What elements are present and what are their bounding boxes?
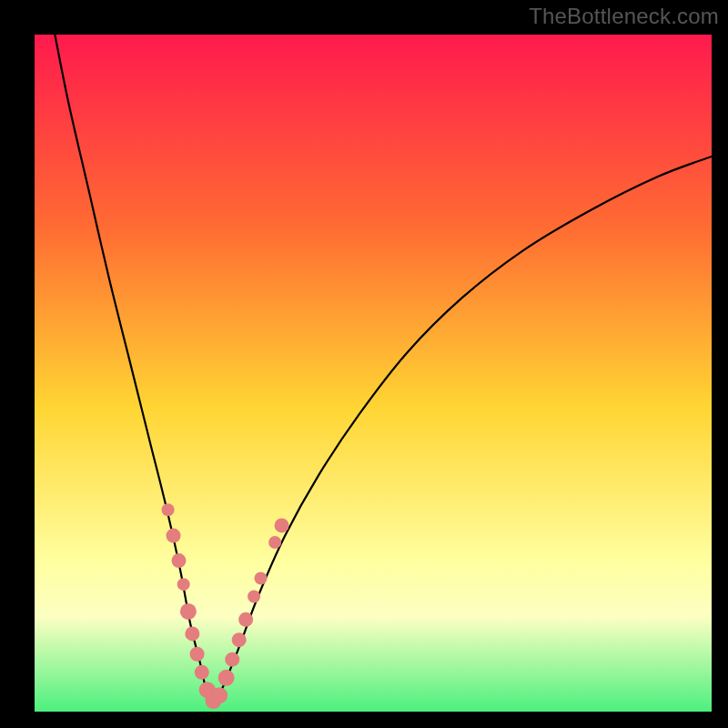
data-marker (268, 536, 281, 549)
data-marker (171, 553, 186, 568)
gradient-background (35, 35, 712, 712)
data-marker (180, 603, 197, 620)
data-marker (248, 591, 260, 603)
data-marker (190, 647, 205, 662)
data-marker (211, 687, 228, 703)
data-marker (225, 652, 239, 667)
data-marker (185, 626, 199, 641)
plot-area (35, 35, 712, 712)
data-marker (232, 632, 247, 647)
data-marker (162, 503, 175, 516)
data-marker (177, 578, 190, 591)
watermark-text: TheBottleneck.com (529, 4, 719, 29)
data-marker (255, 571, 268, 584)
bottleneck-chart (35, 35, 712, 712)
chart-frame: TheBottleneck.com (0, 0, 728, 728)
data-marker (167, 529, 181, 543)
data-marker (195, 665, 209, 680)
data-marker (238, 612, 253, 627)
data-marker (218, 670, 235, 686)
data-marker (275, 518, 289, 532)
